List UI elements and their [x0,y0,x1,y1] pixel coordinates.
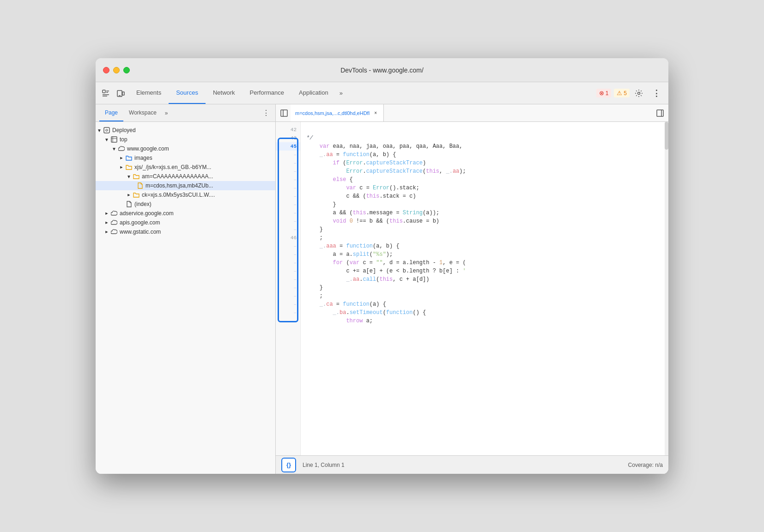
tree-arrow: ► [125,191,133,199]
list-item[interactable]: ► ck=xjs.s.0Mx5ys3sCUI.L.W.... [96,190,275,200]
tree-arrow [133,182,136,189]
tree-arrow: ▼ [125,173,133,180]
tree-arrow: ► [118,154,125,162]
titlebar: DevTools - www.google.com/ [96,58,668,82]
line-number-dash: – [276,267,300,275]
line-number-dash: – [276,284,300,292]
close-button[interactable] [103,67,109,73]
error-badge[interactable]: ⊗ 1 [596,89,612,97]
tree-label: www.google.com [127,145,169,152]
line-number-dash: – [276,167,300,175]
window-title: DevTools - www.google.com/ [340,66,424,74]
list-item[interactable]: m=cdos,hsm,jsa,mb4ZUb... [96,181,275,190]
tree-label: (index) [134,201,152,207]
warning-badge[interactable]: ⚠ 5 [614,89,630,97]
tree-label: xjs/_/js/k=xjs.s.en_GB.-b6YM... [134,164,211,170]
code-tab-close-button[interactable]: × [372,110,379,116]
svg-rect-16 [657,110,663,116]
left-panel: Page Workspace » ⋮ ▼ [96,104,276,474]
scrollbar-thumb[interactable] [665,122,668,150]
tree-arrow: ► [103,210,110,217]
svg-point-8 [638,92,640,94]
tree-arrow: ► [103,219,110,226]
folder-icon [125,154,133,162]
sidebar-toggle-icon[interactable] [278,107,291,120]
traffic-lights [103,67,130,73]
line-number-dash: – [276,242,300,250]
line-number: 46 [276,234,300,242]
scrollbar[interactable] [665,122,668,455]
inspect-icon[interactable] [99,87,112,100]
tree-label: ck=xjs.s.0Mx5ys3sCUI.L.W.... [142,192,215,198]
list-item[interactable]: (index) [96,200,275,209]
line-number-dash: – [276,292,300,300]
line-number: 43 [276,134,300,142]
tree-arrow: ▼ [103,136,110,143]
devtools-window: DevTools - www.google.com/ Elements [96,58,668,474]
tree-label: Deployed [112,127,136,133]
list-item[interactable]: ▼ Deployed [96,126,275,135]
tab-more-button[interactable]: » [336,82,346,104]
list-item[interactable]: ► www.gstatic.com [96,227,275,236]
tab-elements[interactable]: Elements [129,82,169,104]
frame-icon [110,136,118,143]
list-item[interactable]: ► apis.google.com [96,218,275,227]
list-item[interactable]: ► xjs/_/js/k=xjs.s.en_GB.-b6YM... [96,163,275,172]
cloud-icon [110,210,118,217]
line-number-active: 45 [276,142,300,151]
panel-tab-more[interactable]: » [162,110,171,116]
tree-arrow: ▼ [110,145,118,152]
tab-performance[interactable]: Performance [243,82,291,104]
tree-arrow [118,200,125,208]
line-number-dash: – [276,250,300,259]
tree-arrow: ► [118,163,125,171]
svg-rect-9 [104,127,109,133]
line-number-dash: – [276,300,300,308]
tree-label: am=CAAAAAAAAAAAAAA... [142,173,213,180]
tree-arrow: ► [103,228,110,236]
svg-rect-11 [111,137,117,142]
tab-network[interactable]: Network [206,82,243,104]
line-number-dash: – [276,184,300,192]
code-editor[interactable]: 42 43 45 – – – – – – – – – – 46 – – – [276,122,668,455]
tab-application[interactable]: Application [291,82,336,104]
cursor-position: Line 1, Column 1 [303,462,345,468]
cloud-icon [118,145,125,152]
format-button[interactable]: {} [281,458,296,472]
tree-label: apis.google.com [120,219,160,226]
deployed-icon [103,127,110,134]
code-panel-toggle-icon[interactable] [654,107,667,120]
devtools-tab-bar: Elements Sources Network Performance App… [96,82,668,104]
list-item[interactable]: ► images [96,153,275,163]
maximize-button[interactable] [123,67,130,73]
tree-arrow: ▼ [96,127,103,134]
tab-sources[interactable]: Sources [169,82,206,104]
line-number-dash: – [276,225,300,234]
more-options-icon[interactable]: ⋮ [650,87,663,100]
list-item[interactable]: ▼ top [96,135,275,144]
line-number-dash: – [276,192,300,200]
line-number-dash: – [276,209,300,217]
tab-workspace[interactable]: Workspace [123,104,162,121]
list-item[interactable]: ► adservice.google.com [96,209,275,218]
tree-label: top [120,136,127,143]
settings-icon[interactable] [632,87,645,100]
tab-right-icons: ⊗ 1 ⚠ 5 ⋮ [596,87,665,100]
line-number-dash: – [276,259,300,267]
code-content: */ var eaa, naa, jaa, oaa, paa, qaa, Aaa… [301,122,665,455]
line-number-dash: – [276,217,300,225]
list-item[interactable]: ▼ am=CAAAAAAAAAAAAAA... [96,172,275,181]
error-icon: ⊗ [599,90,604,97]
cloud-icon [110,219,118,226]
panel-menu-button[interactable]: ⋮ [261,108,272,119]
tab-page[interactable]: Page [99,104,123,121]
list-item[interactable]: ▼ www.google.com [96,144,275,153]
device-icon[interactable] [114,87,127,100]
status-bar: {} Line 1, Column 1 Coverage: n/a [276,455,668,474]
code-tab-active[interactable]: m=cdos,hsm,jsa,...c,dtl0hd,eHDfl × [291,104,384,121]
folder-orange-icon [133,191,140,199]
main-content: Page Workspace » ⋮ ▼ [96,104,668,474]
file-orange-icon [136,182,144,189]
minimize-button[interactable] [113,67,120,73]
right-panel: m=cdos,hsm,jsa,...c,dtl0hd,eHDfl × [276,104,668,474]
